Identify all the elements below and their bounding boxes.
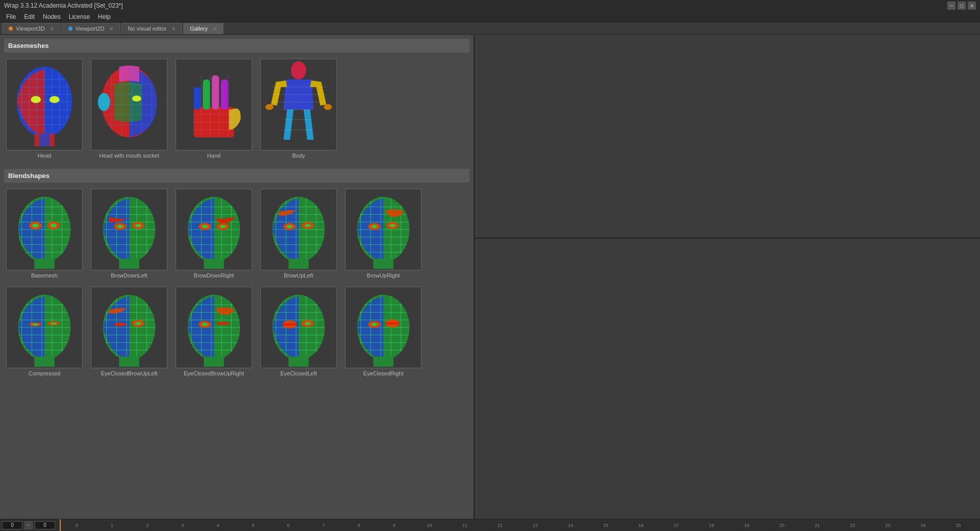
svg-rect-130 (288, 259, 308, 269)
right-panel: LoadImage03 Scan_Base (475, 35, 980, 519)
menu-nodes[interactable]: Nodes (39, 12, 65, 21)
svg-point-33 (132, 95, 141, 102)
gallery-item-brow-down-left[interactable]: BrowDownLeft (89, 187, 169, 281)
svg-rect-187 (119, 357, 139, 367)
close-button[interactable]: ✕ (968, 2, 976, 10)
tick-17: 17 (658, 523, 694, 528)
hand-preview (176, 59, 252, 150)
head-label: Head (38, 153, 51, 159)
tabbar: Viewport3D ✕ Viewport2D ✕ No visual edit… (0, 22, 980, 35)
tick-12: 12 (482, 523, 518, 528)
tab-no-visual-editor-close[interactable]: ✕ (172, 26, 176, 32)
tick-6: 6 (271, 523, 306, 528)
tab-viewport2d[interactable]: Viewport2D ✕ (62, 23, 120, 34)
gallery-item-eye-closed-brow-up-right[interactable]: EyeClosedBrowUpRight (174, 285, 254, 378)
eye-closed-right-svg (346, 287, 421, 368)
gallery-item-basemesh[interactable]: Basemesh (4, 187, 85, 281)
tab-gallery[interactable]: Gallery ✕ (183, 23, 224, 34)
tab-no-visual-editor[interactable]: No visual editor ✕ (121, 23, 182, 34)
svg-point-224 (305, 322, 311, 325)
svg-rect-225 (288, 357, 308, 367)
gallery-item-brow-up-right[interactable]: BrowUpRight (343, 187, 424, 281)
maximize-button[interactable]: □ (958, 2, 966, 10)
tick-8: 8 (341, 523, 377, 528)
gallery-item-compressed[interactable]: Compressed (4, 285, 85, 378)
head-mouth-svg (91, 59, 167, 150)
node-editor-bottom[interactable] (475, 239, 980, 519)
eye-closed-right-preview (345, 287, 422, 368)
tab-viewport2d-close[interactable]: ✕ (109, 26, 113, 32)
window-title: Wrap 3.3.12 Academia Activated [Set_023*… (4, 2, 123, 9)
svg-rect-149 (373, 259, 393, 269)
gallery-item-head[interactable]: Head (4, 57, 85, 161)
eye-closed-right-label: EyeClosedRight (363, 370, 404, 376)
timeline-end-input[interactable] (35, 521, 55, 529)
main-layout: Basemeshes (0, 35, 980, 519)
tick-10: 10 (412, 523, 447, 528)
gallery-item-brow-up-left[interactable]: BrowUpLeft (258, 187, 339, 281)
body-preview (260, 59, 337, 150)
brow-up-left-preview (260, 189, 337, 270)
gallery-panel: Basemeshes (0, 35, 475, 519)
svg-point-47 (265, 104, 274, 110)
svg-point-128 (286, 225, 292, 228)
node-editor-top[interactable]: LoadImage03 Scan_Base (475, 35, 980, 239)
menu-license[interactable]: License (65, 12, 94, 21)
svg-rect-36 (203, 80, 210, 110)
gallery-item-eye-closed-right[interactable]: EyeClosedRight (343, 285, 424, 378)
tick-3: 3 (165, 523, 200, 528)
tick-16: 16 (623, 523, 658, 528)
brow-down-right-svg (176, 189, 252, 270)
svg-point-241 (371, 323, 377, 326)
svg-rect-92 (119, 259, 139, 269)
svg-point-203 (202, 323, 208, 326)
eye-closed-brow-up-right-label: EyeClosedBrowUpRight (184, 370, 244, 376)
menu-help[interactable]: Help (94, 12, 115, 21)
tick-24: 24 (905, 523, 941, 528)
svg-point-110 (220, 225, 226, 228)
tab-viewport3d[interactable]: Viewport3D ✕ (2, 23, 61, 34)
svg-point-17 (50, 96, 60, 103)
body-svg (261, 59, 336, 150)
minimize-button[interactable]: ─ (947, 2, 955, 10)
menu-file[interactable]: File (2, 12, 20, 21)
gallery-item-hand[interactable]: Hand (174, 57, 254, 161)
tab-viewport3d-close[interactable]: ✕ (50, 26, 54, 32)
svg-point-16 (31, 96, 41, 103)
tab-gallery-close[interactable]: ✕ (213, 26, 217, 32)
brow-down-left-preview (91, 189, 167, 270)
eye-closed-brow-up-left-svg (91, 287, 167, 368)
basemeshes-header: Basemeshes (4, 39, 470, 53)
gallery-item-head-mouth[interactable]: Head with mouth socket (89, 57, 169, 161)
svg-point-46 (291, 61, 306, 80)
svg-point-71 (32, 223, 38, 227)
svg-rect-38 (221, 80, 228, 110)
gallery-item-body[interactable]: Body (258, 57, 339, 161)
brow-up-right-svg (346, 189, 421, 270)
eye-closed-left-preview (260, 287, 337, 368)
titlebar: Wrap 3.3.12 Academia Activated [Set_023*… (0, 0, 980, 11)
gallery-item-eye-closed-left[interactable]: EyeClosedLeft (258, 285, 339, 378)
timeline: − 0 1 2 3 4 5 6 7 8 9 10 11 12 13 14 15 … (0, 519, 980, 531)
tick-20: 20 (765, 523, 800, 528)
brow-down-left-svg (91, 189, 167, 270)
svg-rect-244 (373, 357, 393, 367)
timeline-start-input[interactable] (2, 521, 22, 529)
menu-edit[interactable]: Edit (20, 12, 39, 21)
tick-1: 1 (94, 523, 130, 528)
tick-18: 18 (694, 523, 729, 528)
tick-15: 15 (588, 523, 623, 528)
brow-down-right-preview (176, 189, 252, 270)
timeline-minus-button[interactable]: − (24, 521, 33, 529)
svg-point-147 (371, 225, 377, 228)
eye-closed-brow-up-left-label: EyeClosedBrowUpLeft (101, 370, 158, 376)
basemesh-blend-preview (6, 189, 83, 270)
tick-19: 19 (729, 523, 764, 528)
tick-0: 0 (59, 523, 94, 528)
svg-point-72 (51, 223, 57, 227)
basemesh-blend-label: Basemesh (31, 272, 58, 279)
gallery-item-eye-closed-brow-up-left[interactable]: EyeClosedBrowUpLeft (89, 285, 169, 378)
gallery-item-brow-down-right[interactable]: BrowDownRight (174, 187, 254, 281)
blendshapes-grid: Basemesh (4, 187, 470, 378)
gallery-content[interactable]: Basemeshes (0, 35, 474, 519)
